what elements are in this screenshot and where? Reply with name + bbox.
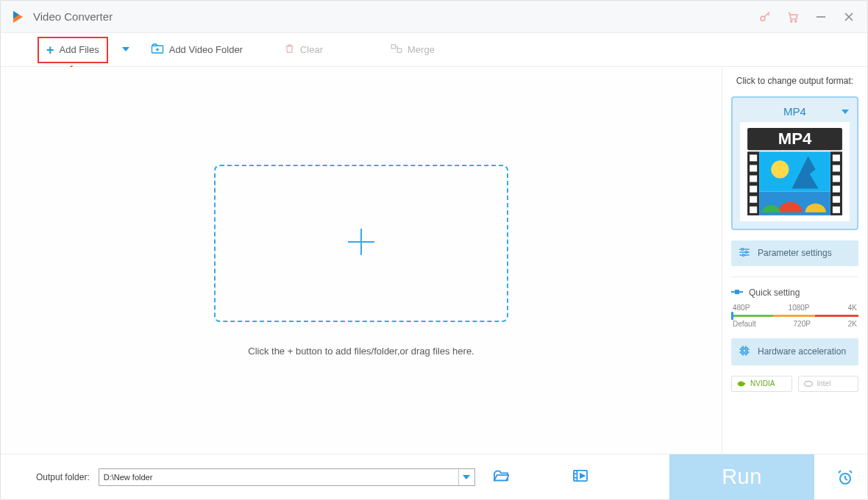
svg-rect-9 <box>391 45 395 49</box>
app-logo-icon <box>11 10 26 24</box>
svg-point-37 <box>745 251 747 254</box>
intel-icon <box>803 379 814 388</box>
nvidia-icon <box>736 379 747 388</box>
svg-point-35 <box>741 249 744 251</box>
svg-text:MP4: MP4 <box>778 129 812 148</box>
svg-rect-20 <box>750 165 757 171</box>
license-key-icon[interactable] <box>751 1 779 33</box>
svg-point-32 <box>771 160 789 178</box>
intel-label: Intel <box>817 379 831 388</box>
format-name: MP4 <box>783 105 806 118</box>
quick-setting-icon <box>731 288 743 298</box>
svg-rect-10 <box>397 49 401 52</box>
bottom-bar: Output folder: Run <box>1 454 867 499</box>
app-title: Video Converter <box>33 10 113 23</box>
merge-icon <box>391 43 402 56</box>
folder-plus-icon <box>151 43 164 57</box>
svg-rect-23 <box>750 196 757 203</box>
add-video-folder-label: Add Video Folder <box>169 44 243 55</box>
dropzone[interactable] <box>214 165 508 322</box>
quick-setting-label: Quick setting <box>749 288 800 298</box>
quick-setting-label-row: Quick setting <box>731 288 858 298</box>
side-panel: Click to change output format: MP4 MP4 <box>722 67 867 454</box>
open-folder-button[interactable] <box>484 465 518 490</box>
dropzone-hint: Click the + button to add files/folder,o… <box>248 346 474 357</box>
add-files-label: Add Files <box>60 44 99 55</box>
svg-point-52 <box>804 381 812 386</box>
hardware-acceleration-button[interactable]: Hardware acceleration <box>731 338 858 365</box>
nvidia-label: NVIDIA <box>750 379 775 388</box>
sliders-icon <box>739 247 750 260</box>
parameter-settings-button[interactable]: Parameter settings <box>731 240 858 266</box>
svg-rect-43 <box>743 349 746 352</box>
minimize-button[interactable] <box>807 1 835 33</box>
format-thumbnail: MP4 <box>740 122 850 221</box>
clear-label: Clear <box>300 44 323 55</box>
svg-rect-41 <box>735 290 739 294</box>
svg-rect-29 <box>833 196 840 203</box>
hardware-accel-label: Hardware acceleration <box>758 346 846 357</box>
svg-line-59 <box>845 479 847 480</box>
q-top-0: 480P <box>733 304 750 312</box>
close-button[interactable] <box>835 1 863 33</box>
svg-rect-22 <box>750 186 757 193</box>
output-folder-input[interactable] <box>99 473 458 482</box>
vendor-intel[interactable]: Intel <box>798 376 859 392</box>
q-bot-0: Default <box>733 320 756 328</box>
output-format-selector[interactable]: MP4 MP4 <box>731 96 858 230</box>
q-bot-2: 2K <box>848 320 857 328</box>
media-info-button[interactable] <box>563 465 597 490</box>
output-folder-field[interactable] <box>99 468 475 486</box>
toolbar: + Add Files Add Video Folder Clear Merge <box>1 33 867 67</box>
merge-label: Merge <box>408 44 435 55</box>
svg-rect-28 <box>833 186 840 193</box>
svg-point-0 <box>761 16 765 21</box>
change-format-label: Click to change output format: <box>731 76 858 86</box>
run-label: Run <box>722 465 762 489</box>
shopping-cart-icon[interactable] <box>779 1 807 33</box>
add-files-button[interactable]: + Add Files <box>38 37 108 63</box>
svg-rect-27 <box>833 175 840 182</box>
svg-rect-19 <box>750 154 757 161</box>
svg-rect-25 <box>833 154 840 161</box>
q-top-2: 4K <box>848 304 857 312</box>
clear-button[interactable]: Clear <box>277 38 330 62</box>
svg-rect-30 <box>833 207 840 213</box>
output-folder-label: Output folder: <box>36 472 90 482</box>
big-plus-icon <box>344 224 379 262</box>
svg-rect-26 <box>833 165 840 171</box>
svg-point-39 <box>742 254 744 257</box>
q-bot-1: 720P <box>794 320 811 328</box>
chip-icon <box>739 345 750 359</box>
output-folder-dropdown-icon[interactable] <box>458 469 474 485</box>
run-button[interactable]: Run <box>669 454 814 500</box>
schedule-button[interactable] <box>823 454 867 500</box>
svg-point-1 <box>791 20 792 21</box>
q-top-1: 1080P <box>789 304 810 312</box>
svg-rect-24 <box>750 207 757 213</box>
merge-button[interactable]: Merge <box>383 38 442 61</box>
parameter-settings-label: Parameter settings <box>758 248 832 258</box>
vendor-nvidia[interactable]: NVIDIA <box>731 376 792 392</box>
trash-icon <box>284 43 295 57</box>
titlebar: Video Converter <box>1 1 867 33</box>
add-video-folder-button[interactable]: Add Video Folder <box>143 38 250 62</box>
add-files-dropdown-icon[interactable] <box>121 43 130 57</box>
svg-rect-42 <box>741 348 747 354</box>
caret-down-icon <box>841 105 850 118</box>
main-drop-area: Click the + button to add files/folder,o… <box>1 67 722 454</box>
svg-rect-21 <box>750 175 757 182</box>
quality-slider[interactable]: 480P 1080P 4K Default 720P 2K <box>731 304 858 328</box>
svg-point-2 <box>795 20 797 21</box>
plus-icon: + <box>46 43 54 57</box>
